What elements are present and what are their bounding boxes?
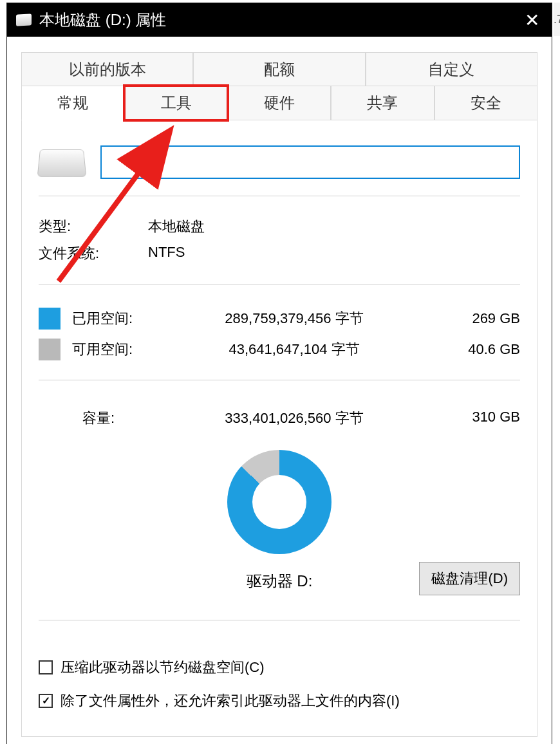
tabs-row-lower: 常规 工具 硬件 共享 安全: [21, 86, 537, 120]
capacity-row: 容量: 333,401,026,560 字节 310 GB: [39, 397, 520, 431]
background-window-sliver: .7: [554, 3, 560, 36]
volume-label-input[interactable]: [100, 145, 520, 179]
divider: [39, 284, 520, 284]
capacity-bytes: 333,401,026,560 字节: [158, 409, 436, 428]
tab-hardware[interactable]: 硬件: [228, 86, 331, 120]
tab-security[interactable]: 安全: [434, 86, 537, 120]
used-bytes: 289,759,379,456 字节: [158, 309, 436, 328]
dialog-client-area: 以前的版本 配额 自定义 常规 工具 硬件 共享 安全 类型: 本地磁盘 文件系…: [7, 37, 552, 744]
used-space-row: 已用空间: 289,759,379,456 字节 269 GB: [39, 301, 520, 332]
free-human: 40.6 GB: [436, 341, 520, 358]
tab-tools[interactable]: 工具: [124, 86, 227, 120]
used-human: 269 GB: [436, 310, 520, 327]
filesystem-label: 文件系统:: [39, 244, 148, 263]
disk-cleanup-button[interactable]: 磁盘清理(D): [419, 562, 520, 595]
close-button[interactable]: ✕: [512, 3, 552, 37]
close-icon: ✕: [525, 10, 539, 31]
drive-big-icon: [37, 149, 87, 177]
used-label: 已用空间:: [72, 309, 158, 328]
compress-checkbox-row[interactable]: 压缩此驱动器以节约磁盘空间(C): [39, 658, 520, 677]
usage-chart-wrap: 驱动器 D: 磁盘清理(D): [39, 450, 520, 591]
used-swatch: [39, 308, 61, 330]
compress-label: 压缩此驱动器以节约磁盘空间(C): [61, 658, 265, 677]
capacity-label: 容量:: [39, 409, 158, 428]
free-space-row: 可用空间: 43,641,647,104 字节 40.6 GB: [39, 332, 520, 363]
filesystem-row: 文件系统: NTFS: [39, 240, 520, 267]
free-label: 可用空间:: [72, 340, 158, 359]
divider: [39, 380, 520, 380]
index-label: 除了文件属性外，还允许索引此驱动器上文件的内容(I): [61, 691, 400, 711]
drive-icon: [16, 14, 32, 26]
space-rows: 已用空间: 289,759,379,456 字节 269 GB 可用空间: 43…: [39, 301, 520, 363]
tabs-row-upper: 以前的版本 配额 自定义: [21, 52, 537, 86]
drive-header-row: [39, 145, 520, 179]
index-checkbox[interactable]: [39, 694, 53, 708]
type-label: 类型:: [39, 217, 148, 236]
drive-label: 驱动器 D:: [247, 571, 313, 591]
usage-pie-chart: [227, 450, 331, 554]
compress-checkbox[interactable]: [39, 660, 53, 674]
divider: [39, 196, 520, 196]
tab-sharing[interactable]: 共享: [331, 86, 434, 120]
type-value: 本地磁盘: [148, 217, 205, 236]
tab-quota[interactable]: 配额: [193, 52, 365, 86]
divider: [39, 620, 520, 620]
filesystem-value: NTFS: [148, 244, 185, 263]
window-title: 本地磁盘 (D:) 属性: [39, 10, 166, 30]
properties-dialog: 本地磁盘 (D:) 属性 ✕ 以前的版本 配额 自定义 常规 工具 硬件 共享 …: [6, 3, 552, 744]
index-checkbox-row[interactable]: 除了文件属性外，还允许索引此驱动器上文件的内容(I): [39, 691, 520, 711]
free-swatch: [39, 339, 61, 360]
titlebar[interactable]: 本地磁盘 (D:) 属性 ✕: [7, 3, 552, 37]
tab-customize[interactable]: 自定义: [366, 52, 537, 86]
tab-previous-versions[interactable]: 以前的版本: [21, 52, 193, 86]
free-bytes: 43,641,647,104 字节: [158, 340, 436, 359]
tab-general[interactable]: 常规: [21, 86, 124, 120]
type-row: 类型: 本地磁盘: [39, 213, 520, 240]
capacity-human: 310 GB: [436, 409, 520, 428]
general-panel: 类型: 本地磁盘 文件系统: NTFS 已用空间: 289,759,379,45…: [21, 120, 537, 737]
